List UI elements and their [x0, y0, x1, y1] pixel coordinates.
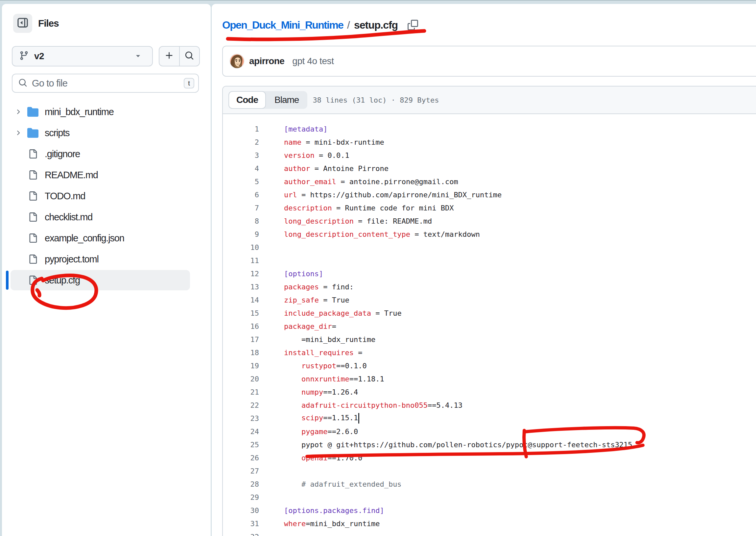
line-number[interactable]: 2	[223, 138, 259, 146]
line-number[interactable]: 16	[223, 322, 259, 330]
tab-code[interactable]: Code	[229, 91, 266, 109]
line-number[interactable]: 23	[223, 414, 259, 422]
line-text: =mini_bdx_runtime	[284, 335, 375, 344]
code-line: 30[options.packages.find]	[223, 504, 756, 517]
code-line: 1[metadata]	[223, 122, 756, 135]
code-line: 18install_requires =	[223, 346, 756, 359]
line-number[interactable]: 19	[223, 362, 259, 370]
line-number[interactable]: 20	[223, 375, 259, 383]
line-number[interactable]: 28	[223, 480, 259, 488]
tree-item-checklist-md[interactable]: checklist.md	[11, 207, 190, 227]
breadcrumb-separator: /	[347, 19, 350, 31]
tree-item-scripts[interactable]: scripts	[11, 123, 190, 143]
code-line: 25 pypot @ git+https://github.com/pollen…	[223, 438, 756, 451]
line-number[interactable]: 15	[223, 309, 259, 317]
go-to-file-input[interactable]	[32, 78, 184, 89]
line-number[interactable]: 14	[223, 296, 259, 304]
code-line: 4author = Antoine Pirrone	[223, 162, 756, 175]
line-number[interactable]: 4	[223, 164, 259, 173]
copy-icon	[408, 20, 418, 30]
shortcut-key-badge: t	[184, 78, 194, 88]
line-number[interactable]: 21	[223, 388, 259, 396]
search-icon	[18, 78, 27, 88]
tree-item-label: .gitignore	[45, 149, 80, 159]
line-number[interactable]: 10	[223, 243, 259, 251]
code-lines: 1[metadata]2name = mini-bdx-runtime3vers…	[223, 114, 756, 536]
code-blame-switch: Code Blame	[229, 91, 307, 109]
copy-path-button[interactable]	[406, 18, 420, 32]
search-this-repo-button[interactable]	[179, 47, 200, 66]
chevron-right-icon[interactable]	[15, 129, 22, 136]
line-text: # adafruit_extended_bus	[284, 480, 402, 488]
tree-item-example-config-json[interactable]: example_config.json	[11, 228, 190, 248]
branch-selector[interactable]: v2	[12, 46, 153, 66]
code-line: 26 openai==1.70.0	[223, 451, 756, 464]
new-file-button[interactable]	[159, 47, 179, 66]
commit-author[interactable]: apirrone	[249, 56, 284, 66]
collapse-sidebar-button[interactable]	[13, 14, 32, 33]
tree-item-mini-bdx-runtime[interactable]: mini_bdx_runtime	[11, 102, 190, 122]
file-content-panel: Open_Duck_Mini_Runtime / setup.cfg apirr…	[212, 4, 756, 536]
line-text: install_requires =	[284, 349, 362, 357]
line-number[interactable]: 17	[223, 335, 259, 344]
plus-icon	[165, 51, 174, 61]
file-icon	[27, 213, 39, 222]
line-number[interactable]: 29	[223, 493, 259, 501]
tree-item-todo-md[interactable]: TODO.md	[11, 186, 190, 206]
tree-item-label: checklist.md	[45, 212, 92, 223]
code-line: 9long_description_content_type = text/ma…	[223, 227, 756, 241]
tree-item--gitignore[interactable]: .gitignore	[11, 144, 190, 164]
line-number[interactable]: 24	[223, 427, 259, 436]
line-text: openai==1.70.0	[284, 454, 362, 462]
line-text: package_dir=	[284, 322, 336, 330]
code-line: 11	[223, 254, 756, 267]
line-number[interactable]: 12	[223, 270, 259, 278]
breadcrumb-repo-link[interactable]: Open_Duck_Mini_Runtime	[222, 19, 343, 31]
code-line: 2name = mini-bdx-runtime	[223, 135, 756, 149]
file-tree-panel: Files v2 t mini_bdx_runtimescripts.gitig…	[2, 4, 211, 536]
line-number[interactable]: 6	[223, 191, 259, 199]
line-number[interactable]: 3	[223, 151, 259, 159]
avatar[interactable]	[230, 54, 244, 68]
folder-icon	[27, 106, 39, 117]
line-number[interactable]: 1	[223, 125, 259, 133]
line-number[interactable]: 11	[223, 256, 259, 265]
go-to-file-search: t	[12, 74, 199, 93]
commit-message[interactable]: gpt 4o test	[292, 56, 333, 66]
line-number[interactable]: 5	[223, 178, 259, 186]
line-number[interactable]: 8	[223, 217, 259, 225]
chevron-right-icon[interactable]	[15, 108, 22, 116]
code-line: 32	[223, 530, 756, 536]
line-text: long_description_content_type = text/mar…	[284, 230, 480, 238]
line-number[interactable]: 13	[223, 283, 259, 291]
code-line: 13packages = find:	[223, 280, 756, 293]
line-number[interactable]: 18	[223, 349, 259, 357]
code-line: 7description = Runtime code for mini BDX	[223, 201, 756, 215]
line-number[interactable]: 27	[223, 467, 259, 475]
line-number[interactable]: 7	[223, 204, 259, 212]
line-number[interactable]: 26	[223, 454, 259, 462]
file-icon	[27, 149, 39, 158]
line-number[interactable]: 22	[223, 401, 259, 409]
tree-item-setup-cfg[interactable]: setup.cfg	[11, 270, 190, 290]
line-text: adafruit-circuitpython-bno055==5.4.13	[284, 401, 462, 409]
tree-item-readme-md[interactable]: README.md	[11, 165, 190, 185]
line-text: packages = find:	[284, 283, 354, 291]
line-text: url = https://github.com/apirrone/mini_B…	[284, 191, 502, 199]
search-icon	[185, 51, 194, 61]
line-number[interactable]: 25	[223, 441, 259, 449]
tree-item-pyproject-toml[interactable]: pyproject.toml	[11, 249, 190, 269]
line-text: long_description = file: README.md	[284, 217, 432, 225]
git-branch-icon	[19, 50, 29, 62]
code-line: 16package_dir=	[223, 319, 756, 333]
line-text: pygame==2.6.0	[284, 427, 358, 436]
line-number[interactable]: 9	[223, 230, 259, 238]
line-number[interactable]: 30	[223, 506, 259, 515]
line-text: [metadata]	[284, 125, 328, 133]
tree-item-label: example_config.json	[45, 233, 124, 244]
tab-blame[interactable]: Blame	[266, 91, 307, 109]
line-number[interactable]: 32	[223, 533, 259, 536]
active-file-indicator	[6, 271, 9, 290]
line-text: numpy==1.26.4	[284, 388, 358, 396]
line-number[interactable]: 31	[223, 519, 259, 528]
